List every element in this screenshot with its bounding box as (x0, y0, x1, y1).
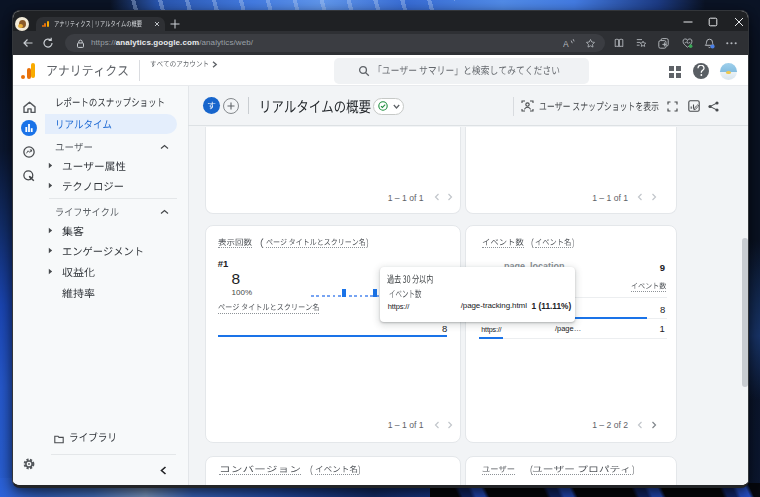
svg-text:A: A (563, 39, 569, 49)
